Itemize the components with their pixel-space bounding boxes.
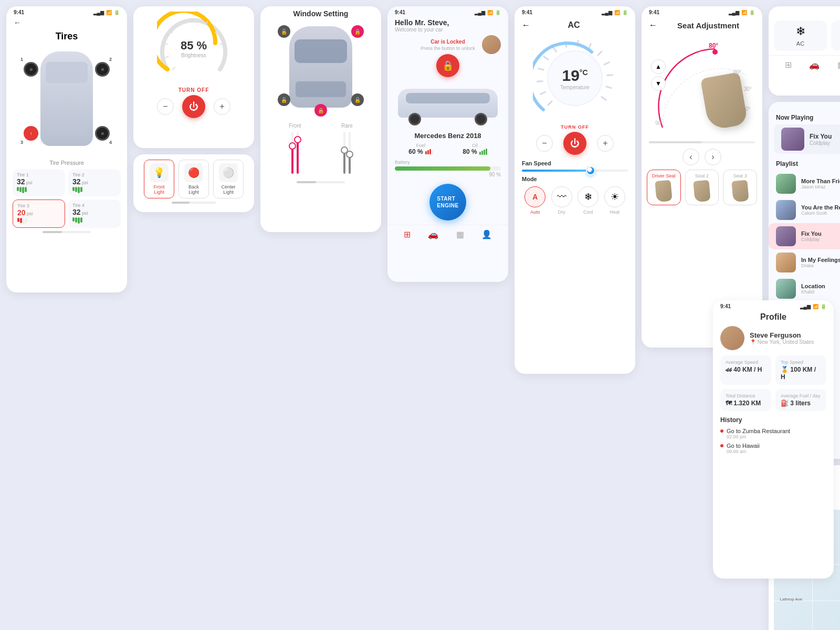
playlist-item-0[interactable]: More Than Friends Jason Mraz: [769, 171, 840, 197]
quick-nav-car[interactable]: 🚗: [809, 60, 820, 70]
nav-home-icon[interactable]: ⊞: [404, 229, 411, 239]
tire-4-item: Tire 4 32 psi: [68, 200, 121, 228]
quick-card: 9:41 ❄ AC 🎵 Music ⊞ 🚗 ▦ 👤: [769, 6, 840, 96]
current-track: Fix You Coldplay ⏮ ⏸: [774, 124, 840, 154]
back-light-icon: 🔴: [184, 163, 203, 182]
history-item-1: Go to Hawaii 09.00 am: [720, 443, 826, 454]
current-track-artist: Coldplay: [810, 140, 832, 146]
quick-nav-grid[interactable]: ⊞: [785, 60, 792, 70]
svg-point-29: [712, 49, 718, 55]
svg-line-19: [604, 62, 609, 65]
playlist-art-4: [776, 279, 796, 299]
start-engine-button[interactable]: STARTENGINE: [429, 184, 466, 220]
brightness-power-button[interactable]: ⏻: [182, 95, 205, 118]
wheel-2: ⊕: [95, 62, 110, 77]
lock-icon-center[interactable]: 🔒: [314, 104, 327, 117]
seat-3-card[interactable]: Seat 3: [723, 170, 757, 205]
playlist-art-2: [776, 226, 796, 246]
svg-text:90°: 90°: [655, 120, 663, 126]
battery-icon: 🔋: [114, 10, 120, 15]
svg-line-12: [538, 68, 543, 70]
unlock-button[interactable]: 🔒: [436, 54, 459, 77]
playlist-item-3[interactable]: In My Feelings Drake: [769, 249, 840, 276]
window-slider-3[interactable]: [343, 132, 345, 174]
wheel-1: ⊕: [24, 62, 38, 77]
mode-auto[interactable]: A Auto: [524, 186, 545, 215]
brightness-value: 85 %: [181, 39, 207, 52]
playlist-item-2[interactable]: Fix You Coldplay: [769, 223, 840, 249]
ac-power-button[interactable]: ⏻: [563, 132, 586, 155]
avg-speed-icon: 🏎: [726, 366, 733, 373]
auto-icon: A: [524, 186, 545, 207]
svg-line-1: [165, 56, 169, 57]
quick-music-tab[interactable]: 🎵 Music: [831, 20, 840, 51]
nav-car-icon[interactable]: 🚗: [428, 229, 438, 239]
avg-speed-stat: Average Speed 🏎 40 KM / H: [720, 355, 771, 385]
seat-prev-button[interactable]: ‹: [682, 149, 699, 165]
back-light-tab[interactable]: 🔴 Back Light: [178, 160, 209, 198]
signal-icon: ▂▄▆: [93, 10, 104, 15]
brightness-turn-off: TURN OFF: [133, 87, 254, 93]
dry-icon: 〰: [551, 186, 572, 207]
window-slider-2[interactable]: [297, 132, 299, 174]
back-button[interactable]: ←: [6, 16, 127, 29]
front-light-tab[interactable]: 💡 Front Light: [144, 160, 174, 198]
current-track-name: Fix You: [810, 133, 832, 140]
playlist-item-4[interactable]: Location Khalid: [769, 276, 840, 302]
svg-line-14: [553, 47, 556, 51]
seat-next-button[interactable]: ›: [705, 149, 721, 165]
fan-speed-slider[interactable]: [522, 170, 628, 172]
seat-back-button[interactable]: ←: [649, 20, 657, 30]
svg-line-11: [537, 81, 542, 81]
driver-seat-card[interactable]: Driver Seat: [647, 170, 681, 205]
brightness-card: 85 % Brightness TURN OFF − ⏻ +: [133, 6, 254, 148]
heat-icon: ☀: [604, 186, 625, 207]
nav-grid-icon[interactable]: ▦: [456, 229, 464, 239]
window-slider-1[interactable]: [291, 132, 293, 174]
quick-nav-settings[interactable]: ▦: [837, 60, 840, 70]
svg-line-13: [544, 57, 548, 60]
center-light-tab[interactable]: ⚪ Center Light: [213, 160, 244, 198]
playlist-art-1: [776, 200, 796, 220]
svg-text:80°: 80°: [709, 42, 718, 49]
window-title: Window Setting: [260, 6, 381, 21]
window-slider-4[interactable]: [349, 132, 351, 174]
history-dot-0: [720, 429, 723, 433]
tires-card: 9:41 ▂▄▆ 📶 🔋 ← Tires ⊕ 1 ⊕: [6, 6, 127, 292]
ac-increase-button[interactable]: +: [597, 135, 614, 152]
lock-icon-fl[interactable]: 🔓: [278, 25, 290, 38]
wifi-icon: 📶: [106, 10, 112, 15]
history-title: History: [720, 416, 826, 424]
quick-ac-tab[interactable]: ❄ AC: [774, 20, 827, 51]
lock-icon-rl[interactable]: 🔓: [278, 93, 290, 106]
battery-section: Battery 90 %: [387, 160, 508, 177]
svg-line-0: [172, 67, 175, 70]
lock-icon-rr[interactable]: 🔓: [351, 93, 364, 106]
lock-greeting: Hello Mr. Steve,: [387, 18, 508, 27]
mode-label: Mode: [522, 176, 628, 182]
nav-profile-icon[interactable]: 👤: [481, 229, 492, 239]
brightness-decrease-button[interactable]: −: [157, 98, 174, 115]
lock-status-time: 9:41: [395, 9, 405, 15]
fuel-stat: Fuel 60 %: [408, 143, 433, 155]
ac-card: 9:41 ▂▄▆ 📶 🔋 ← AC: [514, 6, 635, 374]
ac-back-button[interactable]: ←: [522, 20, 530, 30]
location-pin-icon: 📍: [750, 339, 756, 345]
lock-icon-fr[interactable]: 🔒: [351, 25, 364, 38]
profile-card: 9:41 ▂▄▆ 📶 🔋 Profile Steve Ferguson 📍 Ne…: [713, 300, 834, 579]
svg-line-22: [602, 97, 606, 100]
seat-down-button[interactable]: ▼: [651, 76, 666, 91]
seat-up-button[interactable]: ▲: [651, 59, 666, 74]
brightness-increase-button[interactable]: +: [214, 98, 230, 115]
top-speed-stat: Top Speed 🏅 100 KM / H: [775, 355, 826, 385]
now-playing-label: Now Playing: [769, 112, 840, 124]
seat-2-card[interactable]: Seat 2: [685, 170, 719, 205]
ac-decrease-button[interactable]: −: [536, 135, 553, 152]
mode-dry[interactable]: 〰 Dry: [551, 186, 572, 215]
playlist-label: Playlist: [769, 158, 840, 171]
tire-2-item: Tire 2 32 psi: [68, 169, 121, 196]
profile-title: Profile: [713, 310, 834, 326]
playlist-item-1[interactable]: You Are the Reason Calum Scott: [769, 197, 840, 223]
mode-heat[interactable]: ☀ Heat: [604, 186, 625, 215]
mode-cool[interactable]: ❄ Cool: [578, 186, 598, 215]
